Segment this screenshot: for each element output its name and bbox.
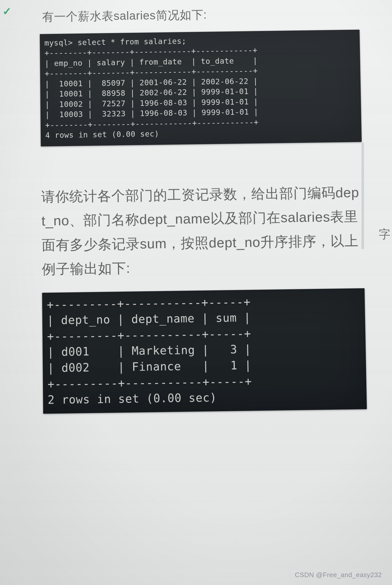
watermark: CSDN @Free_and_easy232 [295, 571, 382, 579]
terminal-result: +---------+-----------+-----+ | dept_no … [42, 288, 367, 413]
page-content: 有一个薪水表salaries简况如下: mysql> select * from… [0, 0, 392, 446]
intro-text: 有一个薪水表salaries简况如下: [42, 3, 359, 26]
terminal-salaries: mysql> select * from salaries; +--------… [40, 30, 361, 146]
question-text: 请你统计各个部门的工资记录数，给出部门编码dept_no、部门名称dept_na… [41, 180, 362, 281]
